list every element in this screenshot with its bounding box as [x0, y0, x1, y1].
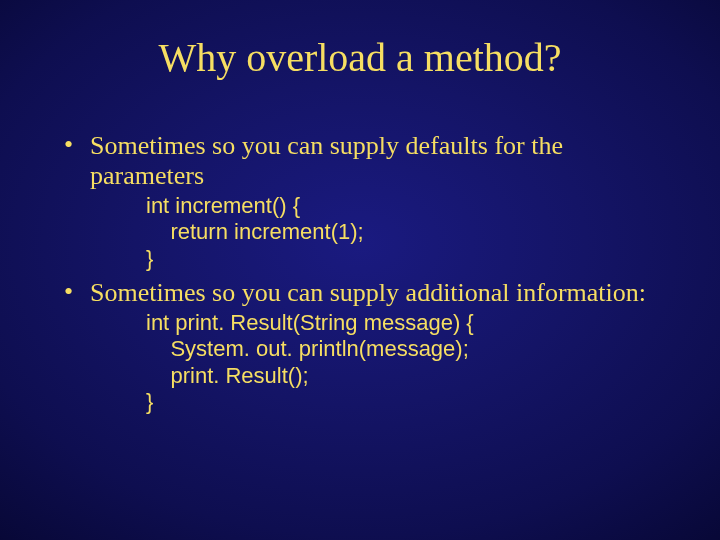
bullet-text: Sometimes so you can supply defaults for… — [90, 131, 670, 191]
bullet-text: Sometimes so you can supply additional i… — [90, 278, 670, 308]
slide: Why overload a method? Sometimes so you … — [0, 0, 720, 540]
list-item: Sometimes so you can supply defaults for… — [60, 131, 670, 272]
slide-title: Why overload a method? — [0, 0, 720, 81]
slide-body: Sometimes so you can supply defaults for… — [0, 81, 720, 415]
list-item: Sometimes so you can supply additional i… — [60, 278, 670, 415]
bullet-list: Sometimes so you can supply defaults for… — [60, 131, 670, 415]
code-block: int print. Result(String message) { Syst… — [146, 310, 670, 416]
code-block: int increment() { return increment(1); } — [146, 193, 670, 272]
